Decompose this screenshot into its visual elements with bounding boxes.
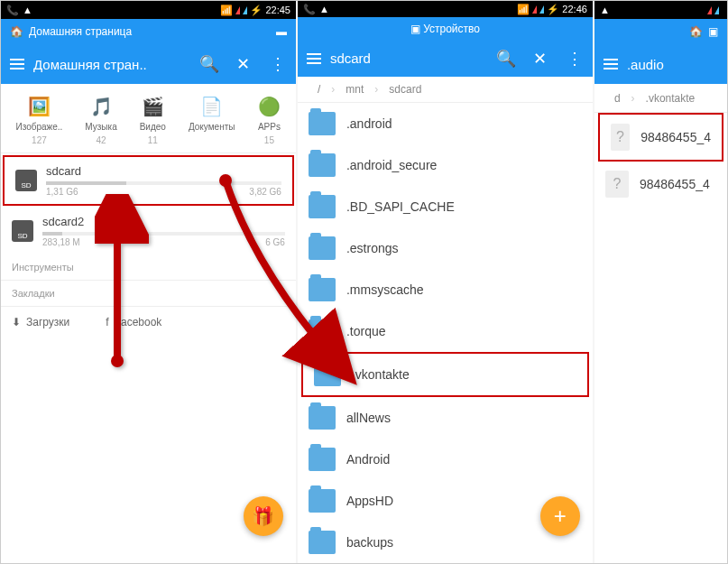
more-icon[interactable]: ⋮ (566, 50, 584, 68)
folder-name: .vkontakte (352, 367, 410, 382)
more-icon[interactable]: ⋮ (269, 55, 287, 73)
folder-name: .mmsyscache (346, 282, 424, 297)
folder-item[interactable]: .BD_SAPI_CACHE (298, 186, 593, 227)
folder-icon (309, 112, 336, 135)
category-Изображе..[interactable]: 🖼️ Изображе.. 127 (15, 95, 62, 145)
search-icon[interactable]: 🔍 (200, 55, 218, 73)
folder-item[interactable]: .estrongs (298, 227, 593, 269)
folder-item[interactable]: .torque (298, 310, 593, 352)
storage-sdcard2[interactable]: SD sdcard2 283,18 M6 G6 (1, 208, 296, 254)
folder-icon (309, 195, 336, 218)
category-label: Видео (140, 122, 166, 132)
category-label: Изображе.. (15, 122, 62, 132)
page-title: .audio (627, 57, 718, 72)
battery-icon: ⚡ (250, 5, 263, 16)
breadcrumb-item[interactable]: mnt (335, 83, 374, 96)
folder-name: allNews (346, 411, 391, 425)
tab-handle-icon: ▬ (276, 25, 287, 38)
signal-icon (539, 5, 544, 14)
device-icon: ▣ Устройство (410, 23, 480, 35)
file-item[interactable]: ? 98486455_4 (598, 113, 723, 162)
category-count: 127 (32, 135, 47, 145)
storage-total: 6 G6 (265, 237, 285, 247)
folder-icon (309, 153, 336, 177)
folder-item[interactable]: Android (298, 439, 593, 480)
page-title: Домашняя стран.. (33, 57, 191, 72)
file-name: 98486455_4 (640, 130, 711, 144)
file-item[interactable]: ? 98486455_4 (594, 162, 727, 207)
file-icon: ? (611, 124, 630, 151)
category-icon: 🖼️ (27, 95, 51, 118)
status-time: 22:46 (562, 4, 587, 14)
warning-icon: ▲ (23, 5, 32, 15)
file-name: 98486455_4 (640, 177, 710, 191)
folder-name: .torque (346, 324, 386, 338)
category-Видео[interactable]: 🎬 Видео 11 (140, 95, 166, 145)
breadcrumb-item[interactable]: d (604, 92, 631, 105)
signal-icon (707, 6, 712, 14)
folder-icon (309, 236, 336, 260)
section-tools: Инструменты (1, 254, 296, 281)
categories-row: 🖼️ Изображе.. 127 🎵 Музыка 42 🎬 Видео 11… (1, 84, 296, 153)
category-icon: 🎬 (141, 95, 164, 118)
warning-icon: ▲ (319, 4, 329, 14)
home-icon: 🏠 (10, 25, 23, 38)
folder-icon (314, 363, 341, 386)
folder-item[interactable]: .mmsyscache (298, 269, 593, 310)
folder-icon (309, 448, 336, 471)
status-bar: 📞 ▲ 📶 ⚡ 22:45 (1, 1, 296, 19)
folder-name: backups (346, 535, 393, 550)
category-count: 15 (264, 135, 274, 145)
storage-total: 3,82 G6 (249, 187, 281, 197)
folder-name: AppsHD (346, 494, 393, 508)
close-icon[interactable]: ✕ (235, 55, 253, 73)
bookmark-icon: f (106, 316, 108, 328)
folder-icon (309, 489, 336, 513)
close-icon[interactable]: ✕ (531, 50, 549, 68)
storage-name: sdcard (46, 164, 281, 178)
folder-name: .android (346, 116, 392, 131)
category-icon: 🎵 (89, 95, 113, 118)
category-icon: 📄 (200, 95, 224, 118)
storage-sdcard[interactable]: SD sdcard 1,31 G63,82 G6 (3, 155, 294, 206)
category-label: Документы (189, 122, 235, 132)
signal-icon (714, 6, 719, 14)
category-Документы[interactable]: 📄 Документы (189, 95, 235, 145)
menu-icon[interactable] (307, 53, 321, 64)
search-icon[interactable]: 🔍 (497, 50, 515, 68)
category-count: 11 (148, 135, 158, 145)
storage-used: 1,31 G6 (46, 187, 78, 197)
breadcrumb-item[interactable]: / (307, 83, 331, 96)
folder-item[interactable]: .android (298, 103, 593, 144)
folder-item[interactable]: .android_secure (298, 144, 593, 186)
header-tab: 🏠 ▣ (594, 19, 727, 44)
category-Музыка[interactable]: 🎵 Музыка 42 (85, 95, 116, 145)
bookmark-Загрузки[interactable]: ⬇Загрузки (12, 316, 69, 328)
header-tab: ▣ Устройство (298, 17, 593, 41)
menu-icon[interactable] (604, 59, 618, 69)
fab-gift[interactable]: 🎁 (244, 496, 283, 536)
file-icon: ? (605, 171, 629, 198)
category-icon: 🟢 (257, 95, 281, 118)
bookmark-Facebook[interactable]: fFacebook (106, 316, 161, 328)
breadcrumb: d›.vkontakte (594, 84, 727, 113)
signal-icon (243, 6, 247, 14)
header-main: .audio (594, 44, 727, 84)
bookmarks-row: ⬇ЗагрузкиfFacebook (1, 307, 296, 337)
folder-item[interactable]: allNews (298, 397, 593, 439)
breadcrumb-item[interactable]: sdcard (378, 83, 432, 96)
folder-item[interactable]: .vkontakte (301, 352, 589, 397)
section-bookmarks: Закладки (1, 281, 296, 307)
category-label: Музыка (85, 122, 116, 132)
fab-add[interactable]: + (540, 496, 580, 536)
folder-name: .estrongs (346, 241, 399, 255)
menu-icon[interactable] (10, 59, 24, 69)
breadcrumb: /›mnt›sdcard (298, 77, 593, 103)
breadcrumb-item[interactable]: .vkontakte (635, 92, 706, 105)
category-APPs[interactable]: 🟢 APPs 15 (257, 95, 281, 145)
header-main: Домашняя стран.. 🔍 ✕ ⋮ (1, 44, 296, 84)
tab-label: Домашняя страница (29, 25, 132, 38)
warning-icon: ▲ (600, 5, 610, 15)
phone-icon: 📞 (6, 5, 19, 16)
sdcard-icon: SD (12, 220, 33, 242)
